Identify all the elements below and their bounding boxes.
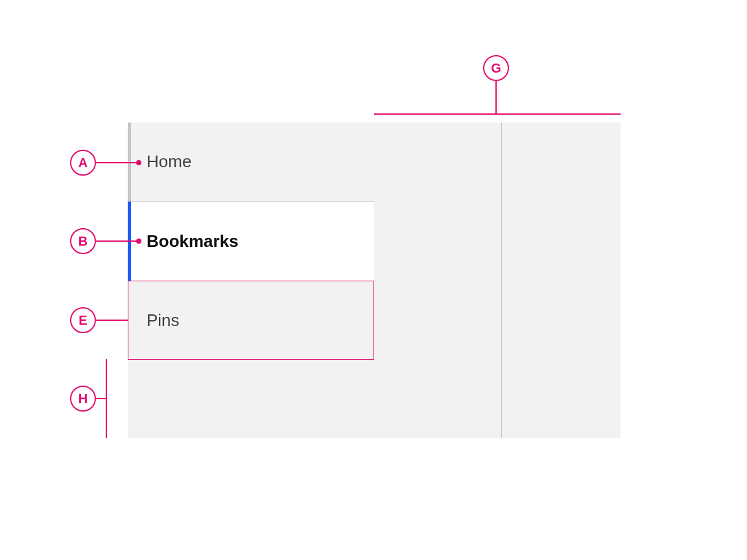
callout-label: H [78, 391, 88, 406]
callout-h-line-v [106, 359, 107, 438]
callout-label: G [491, 61, 501, 76]
callout-g: G [483, 55, 509, 81]
callout-b-dot [136, 239, 141, 244]
callout-b: B [70, 228, 96, 254]
nav-item-pins[interactable]: Pins [128, 281, 374, 360]
nav-item-label: Bookmarks [147, 231, 239, 251]
ui-panel: Home Bookmarks Pins [128, 122, 621, 438]
sidebar-divider [501, 122, 502, 438]
callout-a: A [70, 150, 96, 176]
callout-g-line-v [495, 81, 497, 113]
nav-item-bookmarks[interactable]: Bookmarks [128, 202, 374, 281]
nav-item-label: Home [147, 152, 191, 172]
callout-e-line [96, 320, 128, 321]
nav-item-label: Pins [147, 310, 180, 331]
callout-a-dot [136, 160, 141, 165]
diagram-canvas: Home Bookmarks Pins A B E H G [0, 0, 747, 560]
callout-label: A [78, 156, 88, 170]
callout-h-line-h [96, 398, 106, 399]
callout-g-line-h [374, 113, 621, 115]
callout-label: B [78, 234, 88, 249]
nav-item-home[interactable]: Home [128, 122, 374, 202]
callout-e: E [70, 307, 96, 333]
callout-b-line [96, 240, 137, 242]
callout-a-line [96, 162, 137, 163]
callout-h: H [70, 386, 96, 412]
callout-label: E [78, 313, 87, 328]
